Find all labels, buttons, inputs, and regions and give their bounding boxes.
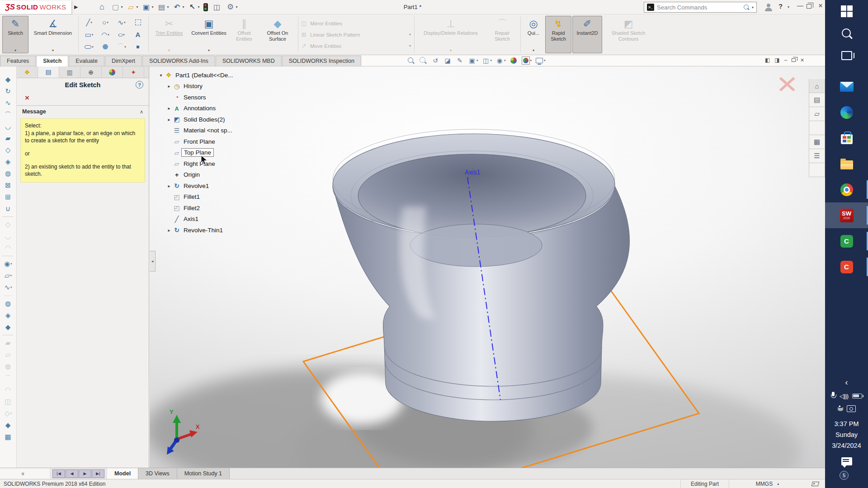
- replace-face-icon[interactable]: ⊞: [0, 191, 16, 203]
- close-button[interactable]: ×: [816, 2, 825, 10]
- tab-sketch[interactable]: Sketch: [36, 56, 68, 66]
- rectangle-tool[interactable]: ▭▾: [81, 28, 97, 41]
- file-explorer-app-icon[interactable]: [825, 151, 868, 177]
- reference-geometry-icon[interactable]: ▱ ▾: [0, 270, 16, 282]
- expand-arrow-icon[interactable]: ▸: [166, 228, 172, 233]
- untrim-surface-icon[interactable]: ◇: [0, 219, 16, 230]
- custom-manager-tab[interactable]: ✦: [123, 66, 144, 78]
- display-manager-tab[interactable]: [102, 66, 123, 78]
- tree-item-right-plane[interactable]: Right Plane: [166, 158, 280, 169]
- divider[interactable]: [0, 293, 16, 298]
- linear-sketch-pattern-button[interactable]: ⊞ Linear Sketch Pattern ▾: [300, 30, 413, 40]
- taskpane-custom-properties-tab[interactable]: ☰: [809, 149, 825, 163]
- shaded-sketch-contours-button[interactable]: Shaded Sketch Contours: [603, 16, 654, 53]
- circle-tool[interactable]: ○▾: [97, 16, 113, 28]
- surface-loft-icon[interactable]: ⌒: [0, 109, 16, 121]
- tree-item-material[interactable]: Material <not sp...: [166, 125, 280, 136]
- bolt-feature-icon[interactable]: ◆: [0, 419, 16, 431]
- graphics-viewport[interactable]: ▾ Part1 (Default<<De... ▸ History Sensor…: [150, 66, 825, 468]
- line-tool[interactable]: ╱▾: [81, 16, 97, 28]
- print-icon[interactable]: ▾: [156, 1, 170, 13]
- search-button[interactable]: [825, 22, 868, 44]
- thicken-icon[interactable]: ◍: [0, 298, 16, 310]
- polygon-tool[interactable]: [97, 41, 113, 53]
- search-commands-box[interactable]: >_ Search Commands ▾: [644, 2, 757, 13]
- property-manager-tab[interactable]: ▤: [38, 66, 59, 78]
- expand-arrow-icon[interactable]: ▸: [166, 84, 172, 89]
- sketch-fillet-tool[interactable]: ⌒▾: [113, 41, 130, 53]
- taskpane-resources-tab[interactable]: [809, 163, 825, 177]
- instant2d-button[interactable]: Instant2D: [572, 16, 602, 53]
- performance-icon[interactable]: [202, 1, 210, 13]
- edge-app-icon[interactable]: [825, 99, 868, 125]
- orange-app-icon[interactable]: C: [825, 254, 868, 280]
- menu-flyout-icon[interactable]: ▶: [74, 4, 78, 10]
- prev-tab-button[interactable]: ◀: [66, 469, 78, 478]
- surface-offset-icon[interactable]: ◇: [0, 144, 16, 156]
- extend-surface-icon[interactable]: ◠: [0, 242, 16, 254]
- split-body-icon[interactable]: ◆: [0, 321, 16, 333]
- properties-icon[interactable]: [211, 1, 224, 13]
- trim-surface-icon[interactable]: ◡: [0, 230, 16, 242]
- fillet-icon[interactable]: ◉ ▾: [0, 258, 16, 270]
- surface-planar-icon[interactable]: ▰: [0, 132, 16, 144]
- help-button[interactable]: ?: [778, 2, 783, 10]
- minimize-button[interactable]: —: [796, 2, 805, 9]
- mirror-feature-icon[interactable]: ◫: [0, 396, 16, 408]
- doctab-model[interactable]: Model: [107, 468, 138, 479]
- sketch-button[interactable]: Sketch ▾: [2, 16, 28, 53]
- repair-sketch-button[interactable]: Repair Sketch: [486, 16, 519, 53]
- smart-dimension-button[interactable]: Smart Dimension ▾: [29, 16, 76, 53]
- shell-icon[interactable]: ◍: [0, 361, 16, 372]
- tree-item-history[interactable]: ▸ History: [166, 81, 280, 92]
- panel-collapse-handle[interactable]: ◂: [150, 251, 156, 272]
- taskpane-design-library-tab[interactable]: ▤: [809, 93, 825, 107]
- feature-manager-tab[interactable]: ❖: [17, 66, 38, 78]
- search-input[interactable]: Search Commands: [657, 4, 741, 11]
- dimxpert-manager-tab[interactable]: ⊕: [80, 66, 102, 78]
- surface-sweep-icon[interactable]: ∿: [0, 97, 16, 109]
- taskpane-home-tab[interactable]: ⌂: [809, 79, 825, 93]
- curves-icon[interactable]: ∿ ▾: [0, 282, 16, 293]
- move-entities-button[interactable]: ↗ Move Entities ▾: [300, 41, 413, 51]
- surface-freeform-icon[interactable]: ◈: [0, 156, 16, 168]
- tree-item-annotations[interactable]: ▸ Annotations: [166, 103, 280, 114]
- sketch-dropdown-icon[interactable]: ▾: [14, 48, 16, 52]
- text-tool[interactable]: A: [130, 28, 146, 41]
- dome-icon[interactable]: ◠: [0, 384, 16, 396]
- configuration-manager-tab[interactable]: ▥: [59, 66, 80, 78]
- last-tab-button[interactable]: ▶|: [92, 469, 104, 478]
- expand-arrow-icon[interactable]: ▸: [166, 106, 172, 111]
- rib-icon[interactable]: ▰: [0, 337, 16, 349]
- select-icon[interactable]: ▾: [187, 1, 201, 13]
- taskpane-appearances-tab[interactable]: [809, 121, 825, 135]
- next-pane-icon[interactable]: ◨: [774, 57, 779, 63]
- mail-app-icon[interactable]: [825, 74, 868, 99]
- tree-item-fillet2[interactable]: Fillet2: [166, 202, 280, 214]
- tree-item-part1[interactable]: ▾ Part1 (Default<<De...: [158, 70, 280, 81]
- surface-extrude-icon[interactable]: ◆: [0, 74, 16, 85]
- convert-dropdown-icon[interactable]: ▾: [208, 48, 210, 52]
- display-delete-relations-button[interactable]: Display/Delete Relations ▾: [416, 16, 485, 53]
- search-dropdown-icon[interactable]: ▾: [752, 5, 754, 9]
- surface-fill-icon[interactable]: ◍: [0, 168, 16, 179]
- panel-cancel-button[interactable]: ×: [25, 94, 35, 103]
- tab-features[interactable]: Features: [0, 56, 36, 66]
- delete-face-icon[interactable]: ⊠: [0, 179, 16, 191]
- tab-solidworks-mbd[interactable]: SOLIDWORKS MBD: [216, 56, 282, 66]
- volume-icon[interactable]: ◁))): [840, 393, 848, 399]
- panel-help-icon[interactable]: ?: [136, 81, 143, 89]
- options-icon[interactable]: ▾: [225, 1, 239, 13]
- microphone-icon[interactable]: [831, 392, 835, 400]
- tag-icon[interactable]: [811, 482, 819, 486]
- quick-snaps-button[interactable]: Qui... ▾: [523, 16, 544, 53]
- tree-item-solid-bodies[interactable]: ▸ Solid Bodies(2): [166, 114, 280, 125]
- home-icon[interactable]: [96, 1, 108, 13]
- wifi-icon[interactable]: ((( •: [837, 406, 844, 411]
- point-tool[interactable]: [130, 41, 146, 53]
- expand-arrow-icon[interactable]: ▸: [166, 183, 172, 188]
- cancel-sketch-icon[interactable]: ✕: [776, 70, 798, 99]
- divider[interactable]: [0, 333, 16, 337]
- tab-dimxpert[interactable]: DimXpert: [105, 56, 142, 66]
- quick-snaps-dropdown-icon[interactable]: ▾: [533, 48, 534, 52]
